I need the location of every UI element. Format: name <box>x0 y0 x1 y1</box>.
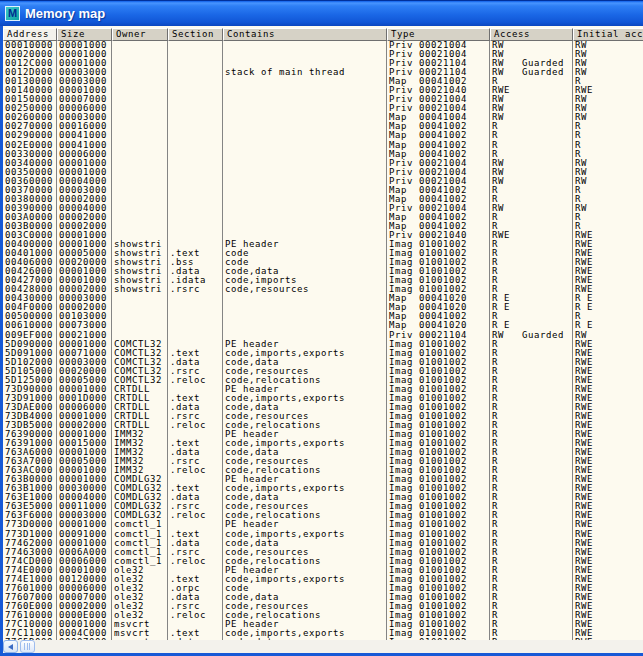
table-row[interactable]: 0012C00000001000Priv 00021104RW GuardedR… <box>3 59 643 68</box>
table-row[interactable]: 73D9000000001000CRTDLLPE headerImag 0100… <box>3 385 643 394</box>
cell-section <box>168 150 223 159</box>
table-row[interactable]: 774E100000120000ole32.textcode,imports,e… <box>3 575 643 584</box>
table-row[interactable]: 773D000000001000comctl_1PE headerImag 01… <box>3 520 643 529</box>
table-row[interactable]: 0029000000041000Map 00041002RR <box>3 131 643 140</box>
table-row[interactable]: 763B100000030000COMDLG32.textcode,import… <box>3 484 643 493</box>
cell-type: Map 00041020 <box>387 303 490 312</box>
column-header-section[interactable]: Section <box>168 28 223 41</box>
table-row[interactable]: 774E000000001000ole32PE headerImag 01001… <box>3 566 643 575</box>
cell-access: R <box>490 584 573 593</box>
table-row[interactable]: 003C000000001000Priv 00021040RWERWE <box>3 231 643 240</box>
table-row[interactable]: 73DB400000001000CRTDLL.rsrccode,resource… <box>3 412 643 421</box>
table-row[interactable]: 776100000000E000ole32.reloccode,relocati… <box>3 611 643 620</box>
table-row[interactable]: 763A700000005000IMM32.rsrccode,resources… <box>3 457 643 466</box>
table-row[interactable]: 0013000000003000Map 00041002RR <box>3 77 643 86</box>
table-row[interactable]: 0014000000001000Priv 00021040RWERWE <box>3 86 643 95</box>
table-row[interactable]: 5D09100000071000COMCTL32.textcode,import… <box>3 349 643 358</box>
column-header-initial-access[interactable]: Initial access <box>573 28 643 41</box>
table-row[interactable]: 773D100000091000comctl_1.textcode,import… <box>3 530 643 539</box>
table-row[interactable]: 0050000000103000Map 00041002RR <box>3 312 643 321</box>
table-row[interactable]: 0001000000001000Priv 00021004RWRW <box>3 41 643 50</box>
cell-contains: code,relocations <box>223 557 387 566</box>
scrollbar-thumb[interactable] <box>20 640 35 653</box>
table-row[interactable]: 004F000000002000Map 00041020R ER E <box>3 303 643 312</box>
table-row[interactable]: 7639100000015000IMM32.textcode,imports,e… <box>3 439 643 448</box>
table-row[interactable]: 0043000000003000Map 00041020R ER E <box>3 294 643 303</box>
cell-section <box>168 113 223 122</box>
horizontal-scrollbar[interactable] <box>3 640 643 653</box>
table-row[interactable]: 0040000000001000showstriPE headerImag 01… <box>3 240 643 249</box>
cell-contains: PE header <box>223 475 387 484</box>
table-row[interactable]: 5D09000000001000COMCTL32PE headerImag 01… <box>3 340 643 349</box>
table-row[interactable]: 0036000000004000Priv 00021004RWRW <box>3 177 643 186</box>
table-row[interactable]: 7760E00000002000ole32.rsrccode,resources… <box>3 602 643 611</box>
table-row[interactable]: 0042700000001000showstri.idatacode,impor… <box>3 276 643 285</box>
table-row[interactable]: 0026000000003000Map 00041004RWRW <box>3 113 643 122</box>
table-row[interactable]: 009EF00000021000Priv 00021104RW GuardedR… <box>3 331 643 340</box>
column-header-type[interactable]: Type <box>387 28 490 41</box>
cell-type: Imag 01001002 <box>387 475 490 484</box>
cell-owner <box>112 321 168 330</box>
cell-contains <box>223 41 387 50</box>
table-row[interactable]: 774630000006A000comctl_1.rsrccode,resour… <box>3 548 643 557</box>
cell-size: 00091000 <box>57 530 112 539</box>
cell-size: 00005000 <box>57 376 112 385</box>
table-row[interactable]: 7746200000001000comctl_1.datacode,dataIm… <box>3 539 643 548</box>
cell-owner <box>112 122 168 131</box>
table-row[interactable]: 73D910000001D000CRTDLL.textcode,imports,… <box>3 394 643 403</box>
column-header-address[interactable]: Address <box>3 28 57 41</box>
table-row[interactable]: 5D10200000003000COMCTL32.datacode,dataIm… <box>3 358 643 367</box>
cell-section: .data <box>168 593 223 602</box>
table-row[interactable]: 0040100000005000showstri.textcodeImag 01… <box>3 249 643 258</box>
table-row[interactable]: 77C1000000001000msvcrtPE headerImag 0100… <box>3 620 643 629</box>
table-row[interactable]: 0039000000004000Priv 00021004RWRW <box>3 204 643 213</box>
cell-access: R <box>490 511 573 520</box>
table-row[interactable]: 763A600000001000IMM32.datacode,dataImag … <box>3 448 643 457</box>
table-row[interactable]: 0002000000001000Priv 00021004RWRW <box>3 50 643 59</box>
table-row[interactable]: 7760700000007000ole32.datacode,dataImag … <box>3 593 643 602</box>
table-row[interactable]: 774CD00000006000comctl_1.reloccode,reloc… <box>3 557 643 566</box>
cell-type: Imag 01001002 <box>387 611 490 620</box>
table-row[interactable]: 0012D00000003000stack of main threadPriv… <box>3 68 643 77</box>
table-row[interactable]: 5D10500000020000COMCTL32.rsrccode,resour… <box>3 367 643 376</box>
table-row[interactable]: 0061000000073000Map 00041020R ER E <box>3 321 643 330</box>
table-row[interactable]: 0015000000007000Priv 00021004RWRW <box>3 95 643 104</box>
table-row[interactable]: 763F600000003000COMDLG32.reloccode,reloc… <box>3 511 643 520</box>
table-row[interactable]: 0040600000020000showstri.bsscodeImag 010… <box>3 258 643 267</box>
cell-section: .rsrc <box>168 602 223 611</box>
table-row[interactable]: 0042600000001000showstri.datacode,dataIm… <box>3 267 643 276</box>
cell-owner: comctl_1 <box>112 539 168 548</box>
column-header-owner[interactable]: Owner <box>112 28 168 41</box>
cell-initial-access: RWE <box>573 349 643 358</box>
table-row[interactable]: 5D12500000005000COMCTL32.reloccode,reloc… <box>3 376 643 385</box>
table-row[interactable]: 0038000000002000Map 00041002RR <box>3 195 643 204</box>
table-row[interactable]: 7639000000001000IMM32PE headerImag 01001… <box>3 430 643 439</box>
table-row[interactable]: 7760100000006000ole32.orpccodeImag 01001… <box>3 584 643 593</box>
table-row[interactable]: 0042800000002000showstri.rsrccode,resour… <box>3 285 643 294</box>
scroll-left-button[interactable] <box>3 640 18 653</box>
table-row[interactable]: 763E500000011000COMDLG32.rsrccode,resour… <box>3 502 643 511</box>
table-row[interactable]: 77C110000004C000msvcrt.textcode,imports,… <box>3 629 643 638</box>
table-row[interactable]: 003B000000002000Map 00041002RR <box>3 222 643 231</box>
table-row[interactable]: 763AC00000001000IMM32.reloccode,relocati… <box>3 466 643 475</box>
table-row[interactable]: 763E100000004000COMDLG32.datacode,dataIm… <box>3 493 643 502</box>
cell-initial-access: RWE <box>573 367 643 376</box>
table-row[interactable]: 73DB500000002000CRTDLL.reloccode,relocat… <box>3 421 643 430</box>
table-row[interactable]: 002E000000041000Map 00041002RR <box>3 141 643 150</box>
cell-address: 774E0000 <box>3 566 57 575</box>
table-row[interactable]: 73DAE00000006000CRTDLL.datacode,dataImag… <box>3 403 643 412</box>
table-row[interactable]: 0025000000006000Priv 00021004RWRW <box>3 104 643 113</box>
table-row[interactable]: 0027000000016000Map 00041002RR <box>3 122 643 131</box>
table-row[interactable]: 0033000000006000Map 00041002RR <box>3 150 643 159</box>
column-header-access[interactable]: Access <box>490 28 573 41</box>
table-row[interactable]: 003A000000002000Map 00041002RR <box>3 213 643 222</box>
table-row[interactable]: 0034000000001000Priv 00021004RWRW <box>3 159 643 168</box>
cell-access: R <box>490 122 573 131</box>
column-header-contains[interactable]: Contains <box>223 28 387 41</box>
table-row[interactable]: 0037000000003000Map 00041002RR <box>3 186 643 195</box>
table-row[interactable]: 763B000000001000COMDLG32PE headerImag 01… <box>3 475 643 484</box>
cell-owner: IMM32 <box>112 466 168 475</box>
title-bar[interactable]: M Memory map <box>0 0 643 26</box>
table-row[interactable]: 0035000000001000Priv 00021004RWRW <box>3 168 643 177</box>
column-header-size[interactable]: Size <box>57 28 112 41</box>
